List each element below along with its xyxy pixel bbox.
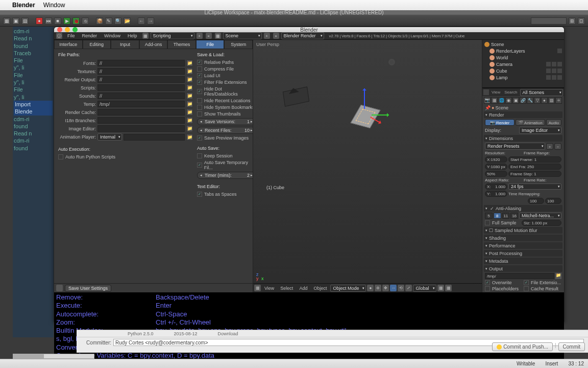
gittab-python[interactable]: Python 2.5.0 (128, 331, 154, 336)
toolbar-search-icon[interactable]: 🔍 (114, 17, 121, 25)
image-editor-input[interactable] (97, 125, 185, 132)
props-tab-physics-icon[interactable]: ⚛ (555, 97, 562, 104)
toolbar-save-icon[interactable]: ▣ (12, 17, 19, 25)
anim-player-path[interactable] (124, 134, 185, 141)
props-tab-scene-icon[interactable]: 🌐 (498, 97, 505, 104)
motion-blur-section[interactable]: ☐ Sampled Motion Blur (484, 227, 562, 234)
prefs-tab-addons[interactable]: Add-ons (139, 40, 168, 49)
viewport-editor-icon[interactable]: ▦ (254, 285, 261, 291)
tabs-spaces-checkbox[interactable]: ✓Tabs as Spaces (197, 192, 253, 197)
macos-app-name[interactable]: Blender (12, 2, 35, 9)
menu-help[interactable]: Help (125, 32, 140, 39)
i18n-path-input[interactable] (97, 117, 185, 124)
toolbar-saveall-icon[interactable]: ▤ (21, 17, 29, 25)
res-x-field[interactable]: X:1920 px (485, 156, 507, 163)
outliner-editor-icon[interactable] (483, 89, 489, 95)
relative-paths-checkbox[interactable]: ✓Relative Paths (197, 60, 253, 65)
gizmo-x-axis-icon[interactable] (372, 114, 389, 116)
outliner-view[interactable]: View (490, 90, 502, 95)
vp-menu-add[interactable]: Add (297, 286, 310, 291)
toolbar-skip-icon[interactable]: ⏭ (45, 17, 52, 25)
render-presets-dropdown[interactable]: Render Presets (485, 143, 545, 150)
vp-menu-view[interactable]: View (262, 286, 277, 291)
metadata-section[interactable]: Metadata (484, 258, 562, 264)
lamp-object[interactable] (390, 60, 394, 64)
props-tab-render-icon[interactable]: 📷 (484, 97, 491, 104)
save-versions-field[interactable]: ◂Save Versions:1▸ (197, 118, 253, 125)
cache-path-input[interactable] (97, 109, 185, 116)
postproc-section[interactable]: Post Processing (484, 250, 562, 257)
rotate-icon[interactable]: ⟲ (398, 285, 404, 291)
framerate-dropdown[interactable]: 24 fps (508, 183, 561, 190)
scale-icon[interactable]: ⤢ (405, 285, 412, 291)
toolbar-newpkg-icon[interactable]: 📦 (96, 17, 103, 25)
toolbar-newclass-icon[interactable]: ✎ (105, 17, 112, 25)
aspect-x-field[interactable]: X:1.000 (485, 183, 507, 190)
folder-icon[interactable]: 📁 (186, 76, 193, 83)
aspect-y-field[interactable]: Y:1.000 (485, 191, 507, 197)
vp-menu-object[interactable]: Object (311, 286, 329, 291)
scrollbar[interactable] (13, 354, 94, 359)
prefs-tab-input[interactable]: Input (111, 40, 139, 49)
anim-player-dropdown[interactable]: Internal (97, 133, 122, 141)
props-tab-modifier-icon[interactable]: 🔧 (527, 97, 533, 104)
scene-browse-icon[interactable]: ▦ (215, 33, 221, 39)
remap-old-field[interactable]: 100 (528, 198, 544, 204)
auto-run-checkbox[interactable]: Auto Run Python Scripts (58, 154, 193, 159)
menu-window[interactable]: Window (101, 32, 124, 39)
toolbar-stop-icon[interactable]: ■ (54, 17, 61, 25)
sounds-path-input[interactable] (97, 93, 185, 99)
fonts-path-input[interactable] (97, 60, 185, 66)
scene-pin-icon[interactable]: 📌 (485, 105, 491, 110)
full-sample-checkbox[interactable]: Full Sample (485, 220, 521, 225)
layers-icon[interactable]: ▦ (437, 285, 444, 291)
outliner-lamp[interactable]: Lamp (483, 74, 563, 81)
frame-step-field[interactable]: Frame Step: 1 (508, 171, 561, 177)
preset-add-icon[interactable]: + (546, 143, 553, 150)
performance-section[interactable]: Performance (484, 242, 562, 249)
cube-object[interactable] (350, 105, 380, 128)
toolbar-new-icon[interactable]: ▦ (3, 17, 10, 25)
save-previews-checkbox[interactable]: ✓Save Preview Images (197, 135, 253, 141)
save-user-settings-button[interactable]: Save User Settings (65, 285, 111, 292)
output-path-input[interactable] (485, 273, 554, 279)
prefs-tab-system[interactable]: System (224, 40, 253, 49)
folder-icon[interactable]: 📁 (555, 273, 561, 279)
outliner-filter-dropdown[interactable]: All Scenes (520, 89, 563, 96)
hide-recent-checkbox[interactable]: Hide Recent Locations (197, 98, 253, 103)
close-icon[interactable] (57, 27, 62, 32)
menu-file[interactable]: File (64, 32, 78, 39)
outliner-search[interactable]: Search (503, 90, 519, 95)
prefs-tab-editing[interactable]: Editing (83, 40, 111, 49)
aa-11[interactable]: 11 (502, 213, 510, 219)
placeholders-checkbox[interactable]: Placeholders (485, 286, 523, 291)
scene-dropdown[interactable]: Scene (223, 32, 262, 39)
layers2-icon[interactable]: ▦ (445, 285, 452, 291)
folder-icon[interactable]: 📁 (186, 68, 193, 75)
minimize-icon[interactable] (65, 27, 70, 32)
toolbar-debug-icon[interactable]: 🐞 (72, 17, 80, 25)
hide-dot-checkbox[interactable]: ✓Hide Dot Files/Datablocks (197, 86, 253, 97)
compress-file-checkbox[interactable]: Compress File (197, 66, 253, 72)
layout-browse-icon[interactable]: ▦ (142, 33, 149, 39)
mode-dropdown[interactable]: Object Mode (330, 285, 366, 292)
remap-new-field[interactable]: 100 (545, 198, 561, 204)
folder-icon[interactable]: 📁 (186, 117, 193, 124)
scene-add-icon[interactable]: + (264, 33, 270, 39)
scene-del-icon[interactable]: × (273, 33, 279, 39)
render-output-input[interactable] (97, 76, 185, 83)
props-tab-layers-icon[interactable]: ▦ (491, 97, 498, 104)
filter-ext-checkbox[interactable]: ✓Filter File Extensions (197, 80, 253, 85)
folder-icon[interactable]: 📁 (186, 125, 193, 132)
animation-button[interactable]: 🎬 Animation (516, 119, 545, 126)
gittab-date[interactable]: 2015-08-12 (174, 331, 198, 336)
scripts-path-input[interactable] (97, 84, 185, 91)
recent-files-field[interactable]: ◂Recent Files:10▸ (197, 127, 253, 134)
props-tab-texture-icon[interactable]: ▧ (548, 97, 555, 104)
aa-8[interactable]: 8 (494, 213, 501, 219)
layout-del-icon[interactable]: × (206, 33, 212, 39)
folder-icon[interactable]: 📁 (186, 60, 193, 66)
vp-menu-select[interactable]: Select (278, 286, 296, 291)
timer-field[interactable]: ◂Timer (mins):2▸ (197, 172, 253, 179)
res-y-field[interactable]: Y:1080 px (485, 164, 507, 170)
